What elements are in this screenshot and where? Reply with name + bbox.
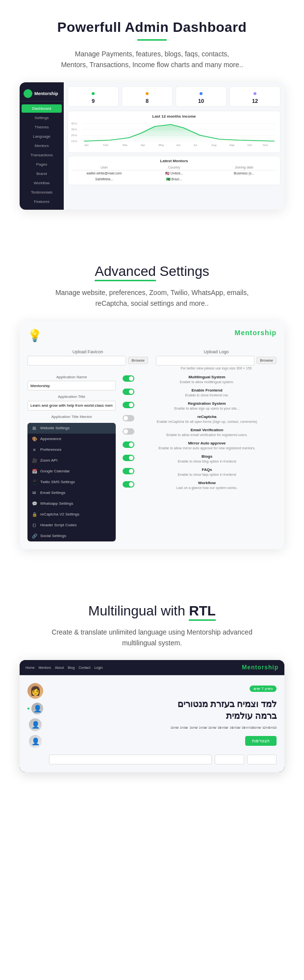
avatar-img-1: 👩	[27, 683, 43, 699]
rtl-header: Home Mentors About Blog Contact Login Me…	[20, 660, 284, 675]
rtl-nav-contact[interactable]: Contact	[78, 666, 90, 669]
toggle-recaptcha: reCaptcha Enable reCaptcha for all open …	[123, 415, 277, 424]
menu-email[interactable]: ✉ Email Settings	[27, 488, 116, 498]
section-advanced-settings: Advanced Settings Manage website, prefer…	[0, 244, 304, 564]
toggle-email-verify-knob	[124, 429, 128, 434]
settings-favicon-area: 💡	[27, 329, 42, 343]
rtl-select-1[interactable]	[247, 755, 277, 764]
th-user: User	[71, 166, 138, 169]
section2-title-underlined: Advanced	[95, 264, 156, 279]
toggle-registration-knob	[129, 403, 133, 407]
avatar-4: 👤	[29, 735, 42, 748]
menu-header-scripts[interactable]: ⟨⟩ Header Script Codes	[27, 520, 116, 531]
toggle-multilingual-switch[interactable]	[123, 375, 134, 382]
app-title-input[interactable]	[27, 401, 116, 411]
rtl-cta-btn[interactable]: הצטרפות	[245, 736, 277, 746]
nav-workflow[interactable]: Workflow	[20, 179, 64, 187]
chart-svg: 40 k 30 k 20 k 10 k Ja	[71, 121, 277, 147]
rtl-nav-about[interactable]: About	[55, 666, 64, 669]
menu-zoom-api[interactable]: 🎥 Zoom API	[27, 455, 116, 466]
menu-twilio-label: Twilio SMS Settings	[40, 480, 75, 484]
stat-dot-1	[92, 92, 95, 95]
toggle-frontend-switch[interactable]	[123, 389, 134, 395]
th-joining: Joining date	[210, 166, 278, 169]
logo-input[interactable]	[156, 356, 254, 366]
logo-label: Upload Logo	[156, 349, 277, 354]
menu-social-label: Social Settings	[40, 534, 66, 538]
logo-dot	[24, 89, 32, 98]
toggle-faqs-knob	[129, 469, 133, 473]
nav-settings[interactable]: Settings	[20, 114, 64, 122]
appearance-icon: 🎨	[31, 437, 37, 441]
nav-testimonials[interactable]: Testimonials	[20, 188, 64, 196]
nav-contacts[interactable]: Contacts	[20, 207, 64, 210]
menu-recaptcha[interactable]: 🔒 reCaptcha V2 Settings	[27, 509, 116, 520]
stat-number-4: 12	[233, 98, 277, 104]
nav-brand[interactable]: Brand	[20, 170, 64, 178]
favicon-input[interactable]	[27, 356, 126, 366]
toggle-faqs-title: FAQs	[137, 467, 277, 472]
twilio-icon: 📱	[31, 480, 37, 485]
menu-google-calendar[interactable]: 📅 Google Calendar	[27, 466, 116, 477]
toggle-recaptcha-title: reCaptcha	[137, 415, 277, 419]
menu-social-settings[interactable]: 🔗 Social Settings	[27, 531, 116, 541]
stat-dot-4	[253, 92, 256, 95]
menu-appearance[interactable]: 🎨 Appearance	[27, 434, 116, 444]
logo-browse-btn[interactable]: Browse	[256, 357, 277, 364]
toggle-faqs-switch[interactable]	[123, 468, 134, 474]
rtl-nav-login[interactable]: Login	[94, 666, 102, 669]
svg-text:Sep: Sep	[229, 144, 235, 146]
rtl-nav-left: Home Mentors About Blog Contact Login	[25, 666, 103, 669]
nav-mentors[interactable]: Mentors	[20, 142, 64, 150]
toggle-multilingual: Multilingual System Enable to allow mult…	[123, 375, 277, 384]
toggle-email-verify-switch[interactable]	[123, 428, 134, 435]
section-multilingual: Multilingual with RTL Create & translate…	[0, 584, 304, 787]
dashboard-mockup: Mentorship Dashboard Settings Themes Lan…	[20, 82, 284, 210]
favicon-browse-btn[interactable]: Browse	[128, 357, 148, 364]
toggle-mirror-text: Mirror Auto approve Enable to allow mirr…	[137, 441, 277, 450]
rtl-cta-area: הצטרפות	[49, 735, 277, 751]
nav-themes[interactable]: Themes	[20, 123, 64, 131]
toggle-email-verify-desc: Enable to allow email verification for r…	[137, 433, 277, 437]
svg-text:40 k: 40 k	[71, 122, 77, 124]
stat-dot-2	[146, 92, 149, 95]
menu-appearance-label: Appearance	[40, 437, 61, 441]
nav-dashboard[interactable]: Dashboard	[22, 104, 62, 113]
menu-whatsapp[interactable]: 💬 Whatsapp Settings	[27, 498, 116, 509]
nav-transactions[interactable]: Transactions	[20, 151, 64, 159]
rtl-nav-blog[interactable]: Blog	[68, 666, 75, 669]
recaptcha-icon: 🔒	[31, 512, 37, 517]
menu-twilio[interactable]: 📱 Twilio SMS Settings	[27, 477, 116, 488]
toggle-mirror-knob	[129, 442, 133, 447]
svg-text:Jun: Jun	[176, 144, 181, 146]
toggle-blogs-title: Blogs	[137, 454, 277, 459]
rtl-select-2[interactable]	[215, 755, 244, 764]
menu-preferences[interactable]: ≡ Preferences	[27, 444, 116, 455]
app-name-input[interactable]	[27, 381, 116, 391]
rtl-brand-text: Mentorship	[242, 664, 279, 671]
toggle-recaptcha-switch[interactable]	[123, 415, 134, 421]
toggle-blogs-switch[interactable]	[123, 455, 134, 461]
toggle-multilingual-title: Multilingual System	[137, 375, 277, 379]
website-settings-icon: ⊞	[31, 426, 37, 431]
stat-number-3: 10	[179, 98, 223, 104]
menu-website-settings[interactable]: ⊞ Website Settings	[27, 423, 116, 434]
td-joining-1: Business (s...	[210, 172, 278, 175]
dash-sidebar: Mentorship Dashboard Settings Themes Lan…	[20, 82, 64, 210]
nav-pages[interactable]: Pages	[20, 160, 64, 169]
toggle-registration-switch[interactable]	[123, 402, 134, 408]
settings-right-panel: Multilingual System Enable to allow mult…	[123, 375, 277, 541]
rtl-nav-mentors[interactable]: Mentors	[39, 666, 51, 669]
logo-text: Mentorship	[34, 91, 58, 96]
toggle-workflow-switch[interactable]	[123, 481, 134, 488]
toggle-recaptcha-knob	[124, 416, 128, 420]
menu-zoom-label: Zoom API	[40, 458, 57, 463]
nav-features[interactable]: Features	[20, 197, 64, 206]
rtl-search-input[interactable]	[49, 755, 212, 764]
rtl-nav-home[interactable]: Home	[25, 666, 35, 669]
whatsapp-icon: 💬	[31, 501, 37, 506]
admin-dashboard-preview: Mentorship Dashboard Settings Themes Lan…	[20, 82, 284, 210]
avatar-img-2: 👤	[31, 703, 43, 714]
toggle-mirror-switch[interactable]	[123, 441, 134, 448]
nav-language[interactable]: Language	[20, 132, 64, 141]
